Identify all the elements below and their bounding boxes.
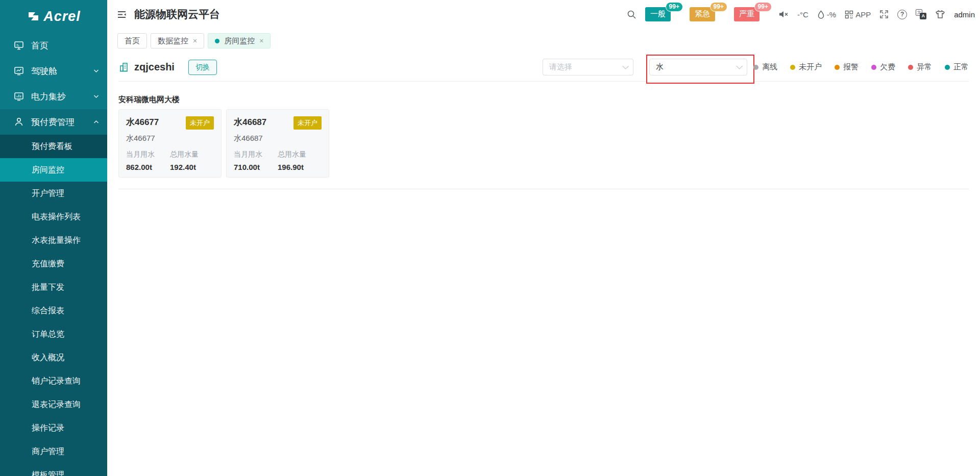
acrel-logo-icon xyxy=(27,10,40,22)
status-badge: 未开户 xyxy=(293,116,322,130)
select-value: 水 xyxy=(656,62,664,72)
water-drop-icon xyxy=(817,10,825,19)
tab-room-monitoring[interactable]: 房间监控 × xyxy=(208,33,271,48)
meter-subtitle: 水46687 xyxy=(234,134,322,143)
alarm-badge-severe[interactable]: 严重 99+ xyxy=(734,7,760,21)
sidebar-item-label: 电力集抄 xyxy=(31,91,66,103)
meter-type-select[interactable]: 水 xyxy=(649,59,747,76)
theme-shirt-icon[interactable] xyxy=(935,10,945,19)
header-actions: 一般 99+ 紧急 99+ 严重 99+ xyxy=(627,7,975,21)
sidebar-subitem-income-overview[interactable]: 收入概况 xyxy=(0,346,107,369)
tab-label: 数据监控 xyxy=(158,36,188,46)
section-divider xyxy=(118,189,969,189)
app-root: Acrel 首页 驾驶舱 xyxy=(0,0,980,476)
sidebar-subitem-account-close-records[interactable]: 销户记录查询 xyxy=(0,369,107,393)
monitor-icon xyxy=(13,40,24,51)
chevron-down-icon xyxy=(736,63,743,69)
switch-site-button[interactable]: 切换 xyxy=(188,60,217,75)
sidebar-subitem-operation-records[interactable]: 操作记录 xyxy=(0,416,107,440)
search-icon[interactable] xyxy=(627,10,636,19)
status-dot xyxy=(835,65,840,70)
tab-label: 首页 xyxy=(125,36,140,46)
meter-title: 水46687 xyxy=(234,116,266,128)
building-icon xyxy=(118,62,129,72)
status-dot xyxy=(871,65,876,70)
sidebar-subitem-room-monitoring[interactable]: 房间监控 xyxy=(0,158,107,182)
legend-item-offline: 离线 xyxy=(753,62,777,72)
meter-title: 水46677 xyxy=(126,116,159,128)
alarm-badge-urgent[interactable]: 紧急 99+ xyxy=(690,7,715,21)
meter-card[interactable]: 水46677 未开户 水46677 当月用水 862.00t 总用水量 192.… xyxy=(118,109,222,178)
legend-item-abnormal: 异常 xyxy=(908,62,932,72)
device-select[interactable]: 请选择 xyxy=(543,59,633,76)
building-group-title: 安科瑞微电网大楼 xyxy=(118,95,969,105)
alarm-badge-label: 紧急 xyxy=(695,9,710,18)
legend-item-normal: 正常 xyxy=(945,62,969,72)
total-usage-label: 总用水量 xyxy=(170,150,214,159)
chevron-down-icon xyxy=(622,63,629,69)
help-icon[interactable]: ? xyxy=(897,10,907,19)
sidebar-subitem-account-opening[interactable]: 开户管理 xyxy=(0,182,107,205)
sidebar-subitem-meter-operation-list[interactable]: 电表操作列表 xyxy=(0,205,107,229)
user-icon xyxy=(13,117,24,128)
sidebar-subitem-comprehensive-report[interactable]: 综合报表 xyxy=(0,299,107,322)
alarm-badge-general[interactable]: 一般 99+ xyxy=(645,7,671,21)
language-target-glyph: A xyxy=(920,13,926,19)
site-name: zqjceshi xyxy=(134,61,175,73)
sidebar-subitem-batch-dispatch[interactable]: 批量下发 xyxy=(0,275,107,299)
status-dot xyxy=(908,65,913,70)
close-icon[interactable]: × xyxy=(259,37,263,44)
temperature-value: -°C xyxy=(797,10,808,19)
page-title: 能源物联网云平台 xyxy=(134,7,220,21)
qr-code-icon xyxy=(845,10,853,19)
sidebar-item-cockpit[interactable]: 驾驶舱 xyxy=(0,58,107,84)
sidebar-item-prepaid-management[interactable]: 预付费管理 xyxy=(0,109,107,135)
main-area: 能源物联网云平台 一般 99+ 紧急 99+ 严重 99+ xyxy=(107,0,980,476)
language-switch-icon[interactable]: 文 A xyxy=(916,9,926,19)
alarm-badge-label: 严重 xyxy=(739,9,754,18)
sidebar: Acrel 首页 驾驶舱 xyxy=(0,0,107,476)
brand-logo: Acrel xyxy=(0,0,107,33)
sidebar-subitem-recharge-payment[interactable]: 充值缴费 xyxy=(0,252,107,275)
user-name[interactable]: admin xyxy=(954,10,975,19)
tab-data-monitoring[interactable]: 数据监控 × xyxy=(151,33,204,48)
fullscreen-icon[interactable] xyxy=(879,10,889,19)
app-qr-entry[interactable]: APP xyxy=(845,10,871,19)
alarm-count-badge: 99+ xyxy=(754,2,772,12)
status-dot xyxy=(945,65,950,70)
sidebar-subitem-prepaid-dashboard[interactable]: 预付费看板 xyxy=(0,135,107,158)
sidebar-subitem-water-meter-batch[interactable]: 水表批量操作 xyxy=(0,229,107,252)
sidebar-subitem-meter-return-records[interactable]: 退表记录查询 xyxy=(0,393,107,416)
sidebar-subitem-order-overview[interactable]: 订单总览 xyxy=(0,322,107,346)
status-dot xyxy=(753,65,758,70)
close-icon[interactable]: × xyxy=(193,37,197,44)
filter-toolbar: zqjceshi 切换 请选择 水 离线 未开户 xyxy=(118,53,969,82)
total-usage-label: 总用水量 xyxy=(278,150,322,159)
legend-label: 报警 xyxy=(843,62,859,72)
legend-label: 未开户 xyxy=(799,62,822,72)
humidity-indicator: -% xyxy=(817,10,836,19)
monthly-usage-label: 当月用水 xyxy=(234,150,278,159)
sidebar-item-power-collection[interactable]: 电力集抄 xyxy=(0,84,107,109)
alarm-count-badge: 99+ xyxy=(710,2,727,12)
total-usage-value: 192.40t xyxy=(170,163,214,171)
status-legend: 离线 未开户 报警 欠费 异常 xyxy=(753,53,969,81)
sidebar-subitem-merchant-management[interactable]: 商户管理 xyxy=(0,440,107,463)
sidebar-item-home[interactable]: 首页 xyxy=(0,33,107,58)
meter-card[interactable]: 水46687 未开户 水46687 当月用水 710.00t 总用水量 196.… xyxy=(226,109,329,178)
sidebar-item-label: 预付费管理 xyxy=(31,116,75,128)
sidebar-item-label: 首页 xyxy=(31,40,48,52)
room-monitor-content: 安科瑞微电网大楼 水46677 未开户 水46677 当月用水 862.00t xyxy=(107,82,980,189)
select-placeholder: 请选择 xyxy=(549,62,572,72)
sidebar-item-label: 驾驶舱 xyxy=(31,65,57,77)
chevron-up-icon xyxy=(93,120,99,124)
legend-item-arrears: 欠费 xyxy=(871,62,895,72)
alarm-count-badge: 99+ xyxy=(666,2,683,12)
sidebar-subitem-template-management[interactable]: 模板管理 xyxy=(0,463,107,476)
mute-icon[interactable] xyxy=(778,10,789,19)
chevron-down-icon xyxy=(93,94,99,98)
sidebar-collapse-icon[interactable] xyxy=(116,9,128,20)
legend-label: 欠费 xyxy=(880,62,895,72)
tab-home[interactable]: 首页 xyxy=(117,33,147,48)
status-dot xyxy=(790,65,795,70)
